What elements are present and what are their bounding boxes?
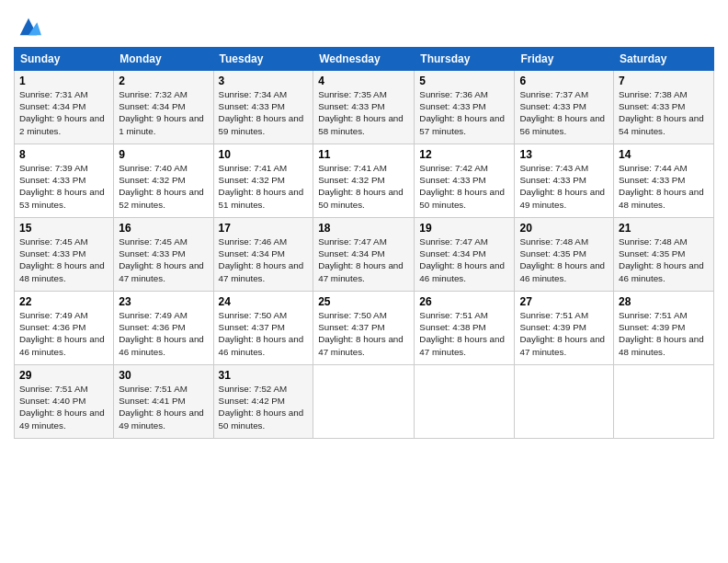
day-cell: 5Sunrise: 7:36 AMSunset: 4:33 PMDaylight… — [415, 71, 515, 144]
day-number: 15 — [19, 222, 108, 235]
week-row-3: 15Sunrise: 7:45 AMSunset: 4:33 PMDayligh… — [15, 218, 714, 292]
day-cell: 1Sunrise: 7:31 AMSunset: 4:34 PMDaylight… — [15, 71, 114, 144]
day-info: Sunrise: 7:37 AMSunset: 4:33 PMDaylight:… — [519, 88, 609, 137]
day-number: 13 — [519, 148, 609, 161]
day-number: 27 — [519, 295, 609, 308]
day-cell: 23Sunrise: 7:49 AMSunset: 4:36 PMDayligh… — [114, 292, 213, 365]
day-number: 14 — [619, 148, 709, 161]
day-cell: 21Sunrise: 7:48 AMSunset: 4:35 PMDayligh… — [614, 218, 714, 292]
weekday-tuesday: Tuesday — [213, 48, 313, 71]
day-number: 10 — [219, 148, 309, 161]
day-number: 3 — [219, 75, 309, 87]
day-cell: 16Sunrise: 7:45 AMSunset: 4:33 PMDayligh… — [114, 218, 213, 292]
day-cell: 18Sunrise: 7:47 AMSunset: 4:34 PMDayligh… — [313, 218, 415, 292]
day-info: Sunrise: 7:51 AMSunset: 4:41 PMDaylight:… — [119, 383, 208, 431]
day-cell: 27Sunrise: 7:51 AMSunset: 4:39 PMDayligh… — [515, 292, 614, 365]
day-cell: 2Sunrise: 7:32 AMSunset: 4:34 PMDaylight… — [114, 71, 213, 144]
day-info: Sunrise: 7:31 AMSunset: 4:34 PMDaylight:… — [19, 88, 108, 137]
day-cell — [515, 365, 614, 439]
day-cell: 8Sunrise: 7:39 AMSunset: 4:33 PMDaylight… — [15, 144, 114, 218]
day-number: 8 — [19, 148, 108, 161]
day-info: Sunrise: 7:48 AMSunset: 4:35 PMDaylight:… — [519, 236, 609, 284]
day-info: Sunrise: 7:50 AMSunset: 4:37 PMDaylight:… — [318, 309, 409, 358]
day-number: 29 — [19, 369, 108, 382]
day-number: 28 — [619, 295, 709, 308]
day-info: Sunrise: 7:42 AMSunset: 4:33 PMDaylight:… — [419, 162, 509, 211]
day-number: 1 — [19, 75, 108, 87]
day-cell — [313, 365, 415, 439]
day-number: 2 — [119, 75, 208, 87]
day-info: Sunrise: 7:49 AMSunset: 4:36 PMDaylight:… — [119, 309, 208, 358]
day-info: Sunrise: 7:49 AMSunset: 4:36 PMDaylight:… — [19, 309, 108, 358]
day-info: Sunrise: 7:47 AMSunset: 4:34 PMDaylight:… — [419, 236, 509, 284]
day-cell: 15Sunrise: 7:45 AMSunset: 4:33 PMDayligh… — [15, 218, 114, 292]
calendar-table: SundayMondayTuesdayWednesdayThursdayFrid… — [14, 47, 714, 439]
day-number: 11 — [318, 148, 409, 161]
day-number: 18 — [318, 222, 409, 235]
day-cell: 20Sunrise: 7:48 AMSunset: 4:35 PMDayligh… — [515, 218, 614, 292]
header — [14, 9, 714, 40]
day-cell: 9Sunrise: 7:40 AMSunset: 4:32 PMDaylight… — [114, 144, 213, 218]
weekday-wednesday: Wednesday — [313, 48, 415, 71]
day-number: 19 — [419, 222, 509, 235]
day-cell: 24Sunrise: 7:50 AMSunset: 4:37 PMDayligh… — [213, 292, 313, 365]
day-info: Sunrise: 7:51 AMSunset: 4:40 PMDaylight:… — [19, 383, 108, 431]
day-number: 7 — [619, 75, 709, 87]
day-number: 23 — [119, 295, 208, 308]
day-info: Sunrise: 7:48 AMSunset: 4:35 PMDaylight:… — [619, 236, 709, 284]
day-info: Sunrise: 7:43 AMSunset: 4:33 PMDaylight:… — [519, 162, 609, 211]
day-info: Sunrise: 7:45 AMSunset: 4:33 PMDaylight:… — [19, 236, 108, 284]
day-info: Sunrise: 7:52 AMSunset: 4:42 PMDaylight:… — [219, 383, 309, 431]
day-cell: 10Sunrise: 7:41 AMSunset: 4:32 PMDayligh… — [213, 144, 313, 218]
week-row-4: 22Sunrise: 7:49 AMSunset: 4:36 PMDayligh… — [15, 292, 714, 365]
day-cell: 13Sunrise: 7:43 AMSunset: 4:33 PMDayligh… — [515, 144, 614, 218]
day-info: Sunrise: 7:39 AMSunset: 4:33 PMDaylight:… — [19, 162, 108, 211]
weekday-header-row: SundayMondayTuesdayWednesdayThursdayFrid… — [15, 48, 714, 71]
week-row-5: 29Sunrise: 7:51 AMSunset: 4:40 PMDayligh… — [15, 365, 714, 439]
day-cell — [614, 365, 714, 439]
day-info: Sunrise: 7:46 AMSunset: 4:34 PMDaylight:… — [219, 236, 309, 284]
day-cell: 25Sunrise: 7:50 AMSunset: 4:37 PMDayligh… — [313, 292, 415, 365]
day-info: Sunrise: 7:35 AMSunset: 4:33 PMDaylight:… — [318, 88, 409, 137]
weekday-thursday: Thursday — [415, 48, 515, 71]
day-cell: 6Sunrise: 7:37 AMSunset: 4:33 PMDaylight… — [515, 71, 614, 144]
day-cell: 4Sunrise: 7:35 AMSunset: 4:33 PMDaylight… — [313, 71, 415, 144]
day-info: Sunrise: 7:51 AMSunset: 4:39 PMDaylight:… — [519, 309, 609, 358]
day-info: Sunrise: 7:51 AMSunset: 4:38 PMDaylight:… — [419, 309, 509, 358]
day-cell: 31Sunrise: 7:52 AMSunset: 4:42 PMDayligh… — [213, 365, 313, 439]
day-number: 25 — [318, 295, 409, 308]
day-info: Sunrise: 7:36 AMSunset: 4:33 PMDaylight:… — [419, 88, 509, 137]
day-cell: 11Sunrise: 7:41 AMSunset: 4:32 PMDayligh… — [313, 144, 415, 218]
day-number: 6 — [519, 75, 609, 87]
day-cell: 7Sunrise: 7:38 AMSunset: 4:33 PMDaylight… — [614, 71, 714, 144]
weekday-sunday: Sunday — [15, 48, 114, 71]
day-number: 22 — [19, 295, 108, 308]
day-cell: 22Sunrise: 7:49 AMSunset: 4:36 PMDayligh… — [15, 292, 114, 365]
day-number: 4 — [318, 75, 409, 87]
day-info: Sunrise: 7:44 AMSunset: 4:33 PMDaylight:… — [619, 162, 709, 211]
day-number: 12 — [419, 148, 509, 161]
day-info: Sunrise: 7:51 AMSunset: 4:39 PMDaylight:… — [619, 309, 709, 358]
day-info: Sunrise: 7:34 AMSunset: 4:33 PMDaylight:… — [219, 88, 309, 137]
day-number: 30 — [119, 369, 208, 382]
day-info: Sunrise: 7:40 AMSunset: 4:32 PMDaylight:… — [119, 162, 208, 211]
day-info: Sunrise: 7:41 AMSunset: 4:32 PMDaylight:… — [318, 162, 409, 211]
day-number: 5 — [419, 75, 509, 87]
day-cell: 17Sunrise: 7:46 AMSunset: 4:34 PMDayligh… — [213, 218, 313, 292]
day-number: 26 — [419, 295, 509, 308]
weekday-monday: Monday — [114, 48, 213, 71]
logo-icon — [16, 14, 41, 40]
day-number: 17 — [219, 222, 309, 235]
day-number: 21 — [619, 222, 709, 235]
week-row-1: 1Sunrise: 7:31 AMSunset: 4:34 PMDaylight… — [15, 71, 714, 144]
day-cell: 12Sunrise: 7:42 AMSunset: 4:33 PMDayligh… — [415, 144, 515, 218]
weekday-saturday: Saturday — [614, 48, 714, 71]
day-cell: 30Sunrise: 7:51 AMSunset: 4:41 PMDayligh… — [114, 365, 213, 439]
weekday-friday: Friday — [515, 48, 614, 71]
day-cell: 19Sunrise: 7:47 AMSunset: 4:34 PMDayligh… — [415, 218, 515, 292]
main-container: SundayMondayTuesdayWednesdayThursdayFrid… — [0, 0, 728, 443]
day-cell: 3Sunrise: 7:34 AMSunset: 4:33 PMDaylight… — [213, 71, 313, 144]
day-cell: 14Sunrise: 7:44 AMSunset: 4:33 PMDayligh… — [614, 144, 714, 218]
day-number: 16 — [119, 222, 208, 235]
day-number: 24 — [219, 295, 309, 308]
